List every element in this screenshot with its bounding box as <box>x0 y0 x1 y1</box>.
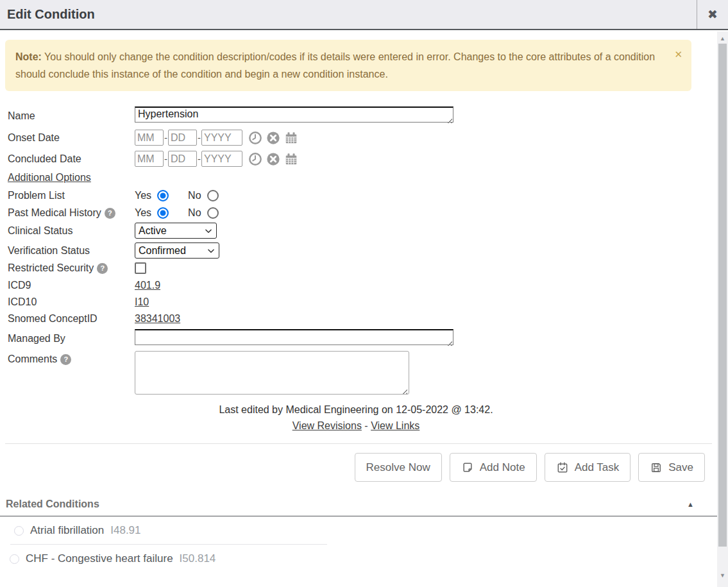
restricted-security-checkbox[interactable] <box>135 262 146 274</box>
save-icon <box>650 461 663 474</box>
concluded-year-input[interactable] <box>201 151 242 167</box>
vertical-scrollbar[interactable]: ▲ ▼ <box>717 31 728 587</box>
icd10-label: ICD10 <box>8 296 135 308</box>
condition-code: I50.814 <box>180 552 216 565</box>
dialog-body: Note: You should only change the conditi… <box>0 31 717 572</box>
view-revisions-link[interactable]: View Revisions <box>292 420 362 431</box>
save-label: Save <box>668 461 693 474</box>
related-conditions-header: Related Conditions ▲ <box>0 498 717 516</box>
pmh-yes-label: Yes <box>135 207 151 219</box>
last-edited-text: Last edited by Medical Engineering on 12… <box>0 404 712 416</box>
onset-year-input[interactable] <box>201 130 242 146</box>
related-conditions-section: Related Conditions ▲ Atrial fibrillation… <box>0 498 717 572</box>
revision-links: View Revisions - View Links <box>0 420 712 432</box>
condition-code: I48.91 <box>110 524 140 537</box>
scroll-down-icon[interactable]: ▼ <box>717 570 728 581</box>
close-icon: ✖ <box>707 7 718 22</box>
snomed-code-link[interactable]: 38341003 <box>135 313 180 325</box>
calendar-icon[interactable] <box>284 152 298 166</box>
date-separator: - <box>198 153 201 164</box>
warning-note-banner: Note: You should only change the conditi… <box>5 40 691 91</box>
note-text-1: You should only change the condition des… <box>44 51 451 62</box>
date-separator: - <box>164 153 167 164</box>
page-title: Edit Condition <box>7 7 95 22</box>
dialog-header: Edit Condition ✖ <box>0 0 728 30</box>
add-task-label: Add Task <box>575 461 620 474</box>
concluded-day-input[interactable] <box>168 151 197 167</box>
clinical-status-label: Clinical Status <box>8 225 135 237</box>
condition-form: Name Hypertension Onset Date - - <box>0 106 717 397</box>
clock-icon[interactable] <box>248 152 262 166</box>
concluded-date-label: Concluded Date <box>8 153 135 165</box>
condition-name: Atrial fibrillation <box>30 524 104 537</box>
action-buttons: Resolve Now Add Note Add Task Save <box>0 453 705 482</box>
past-medical-history-label: Past Medical History <box>8 207 101 219</box>
clinical-status-select[interactable]: Active <box>135 223 217 239</box>
icd9-label: ICD9 <box>8 280 135 291</box>
note-label: Note: <box>15 51 42 62</box>
verification-status-label: Verification Status <box>8 245 135 257</box>
onset-month-input[interactable] <box>135 130 164 146</box>
clear-date-icon[interactable] <box>266 131 280 145</box>
related-conditions-title: Related Conditions <box>6 498 99 510</box>
pmh-no-radio[interactable] <box>207 207 219 219</box>
managed-by-input[interactable] <box>135 329 453 345</box>
actions-divider <box>5 443 712 444</box>
calendar-icon[interactable] <box>284 131 298 145</box>
clear-date-icon[interactable] <box>266 152 280 166</box>
problem-list-yes-label: Yes <box>135 190 151 201</box>
comments-textarea[interactable] <box>135 351 409 395</box>
help-icon[interactable]: ? <box>97 263 108 274</box>
icd9-code-link[interactable]: 401.9 <box>135 280 160 291</box>
view-links-link[interactable]: View Links <box>371 420 419 431</box>
resolve-now-button[interactable]: Resolve Now <box>355 453 442 482</box>
related-condition-row[interactable]: CHF - Congestive heart failure I50.814 <box>0 545 717 572</box>
concluded-month-input[interactable] <box>135 151 164 167</box>
collapse-caret-icon[interactable]: ▲ <box>687 500 694 508</box>
condition-radio-icon[interactable] <box>10 554 19 564</box>
date-separator: - <box>164 132 167 143</box>
condition-radio-icon[interactable] <box>14 526 24 536</box>
name-input[interactable]: Hypertension <box>135 106 453 123</box>
name-label: Name <box>8 110 135 122</box>
verification-status-select[interactable]: Confirmed <box>135 242 219 259</box>
onset-date-label: Onset Date <box>8 132 135 144</box>
note-dismiss-icon[interactable]: ✕ <box>674 46 682 63</box>
scrollbar-thumb[interactable] <box>718 44 727 547</box>
managed-by-label: Managed By <box>8 333 135 345</box>
add-note-button[interactable]: Add Note <box>450 453 537 482</box>
clock-icon[interactable] <box>248 131 262 145</box>
help-icon[interactable]: ? <box>105 208 115 219</box>
restricted-security-label: Restricted Security <box>8 262 94 274</box>
save-button[interactable]: Save <box>638 453 705 482</box>
help-icon[interactable]: ? <box>60 354 71 365</box>
onset-day-input[interactable] <box>168 130 197 146</box>
problem-list-no-label: No <box>188 190 201 201</box>
pmh-no-label: No <box>188 207 201 219</box>
close-button[interactable]: ✖ <box>697 0 728 29</box>
problem-list-no-radio[interactable] <box>207 190 219 201</box>
edit-condition-dialog: Edit Condition ✖ Note: You should only c… <box>0 0 728 587</box>
scroll-up-icon[interactable]: ▲ <box>717 33 728 44</box>
resolve-now-label: Resolve Now <box>366 461 430 474</box>
additional-options-link[interactable]: Additional Options <box>8 172 91 183</box>
task-calendar-icon <box>556 461 569 474</box>
links-separator: - <box>364 420 368 431</box>
add-note-label: Add Note <box>480 461 525 474</box>
date-separator: - <box>198 132 201 143</box>
note-icon <box>461 461 474 474</box>
comments-label: Comments <box>8 353 57 365</box>
snomed-label: Snomed ConceptID <box>8 313 135 325</box>
pmh-yes-radio[interactable] <box>157 207 169 219</box>
problem-list-yes-radio[interactable] <box>157 190 169 201</box>
icd10-code-link[interactable]: I10 <box>135 296 149 308</box>
condition-name: CHF - Congestive heart failure <box>26 552 173 565</box>
add-task-button[interactable]: Add Task <box>545 453 631 482</box>
problem-list-label: Problem List <box>8 190 135 201</box>
related-condition-row[interactable]: Atrial fibrillation I48.91 <box>0 516 717 544</box>
